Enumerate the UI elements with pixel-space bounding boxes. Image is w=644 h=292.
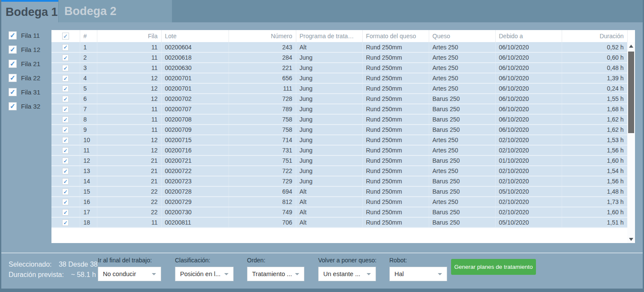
header-cell-queso[interactable]: Queso bbox=[429, 30, 495, 42]
cell-formato: Rund 250mm bbox=[362, 83, 429, 94]
cell-select bbox=[51, 73, 80, 83]
table-row[interactable]: 2 11 00200618 284 Jung Rund 250mm Artes … bbox=[51, 52, 627, 63]
filter-checkbox[interactable] bbox=[9, 102, 17, 110]
scroll-up-icon[interactable] bbox=[627, 42, 635, 50]
row-checkbox[interactable] bbox=[62, 209, 69, 216]
cell-queso: Artes 250 bbox=[429, 135, 495, 145]
cell-fila: 21 bbox=[97, 155, 161, 166]
filter-checkbox[interactable] bbox=[9, 88, 17, 96]
row-checkbox[interactable] bbox=[62, 127, 69, 133]
generate-treatment-plans-button[interactable]: Generar planes de tratamiento bbox=[451, 259, 536, 275]
header-cell-debido[interactable]: Debido a bbox=[495, 30, 562, 42]
cell-index: 15 bbox=[80, 186, 97, 197]
table-row[interactable]: 6 12 00200702 728 Jung Rund 250mm Barus … bbox=[51, 94, 627, 104]
table-row[interactable]: 4 12 00200701 656 Jung Rund 250mm Artes … bbox=[51, 73, 627, 83]
cell-queso: Barus 250 bbox=[429, 125, 495, 135]
row-checkbox[interactable] bbox=[62, 85, 69, 92]
table-row[interactable]: 13 21 00200722 722 Jung Rund 250mm Artes… bbox=[51, 166, 627, 176]
header-cell-lote[interactable]: Lote bbox=[161, 30, 229, 42]
cell-lote: 00200618 bbox=[161, 52, 229, 63]
row-filter-item[interactable]: Fila 32 bbox=[9, 102, 40, 111]
row-checkbox[interactable] bbox=[62, 44, 69, 51]
row-checkbox[interactable] bbox=[62, 116, 69, 123]
row-filter-item[interactable]: Fila 12 bbox=[9, 45, 40, 54]
table-row[interactable]: 10 12 00200715 714 Jung Rund 250mm Artes… bbox=[51, 135, 627, 145]
filter-label: Fila 31 bbox=[21, 88, 40, 96]
dropdown-select[interactable]: Tratamiento ... bbox=[247, 267, 304, 281]
table-row[interactable]: 18 11 00200811 706 Alt Rund 250mm Barus … bbox=[51, 217, 627, 228]
table-row[interactable]: 11 12 00200716 731 Jung Rund 250mm Artes… bbox=[51, 145, 627, 155]
row-checkbox[interactable] bbox=[62, 189, 69, 195]
table-row[interactable]: 1 11 00200604 243 Alt Rund 250mm Artes 2… bbox=[51, 42, 627, 52]
row-checkbox[interactable] bbox=[62, 158, 69, 164]
row-checkbox[interactable] bbox=[62, 75, 69, 82]
row-checkbox[interactable] bbox=[62, 137, 69, 143]
table-row[interactable]: 5 12 00200701 111 Jung Rund 250mm Artes … bbox=[51, 83, 627, 94]
row-checkbox[interactable] bbox=[62, 65, 69, 71]
filter-checkbox[interactable] bbox=[9, 31, 17, 40]
row-checkbox[interactable] bbox=[62, 199, 69, 205]
header-cell-duracion[interactable]: Duración bbox=[562, 30, 627, 42]
cell-debido: 02/10/2020 bbox=[495, 166, 562, 176]
row-checkbox[interactable] bbox=[62, 106, 69, 113]
scroll-down-icon[interactable] bbox=[627, 235, 635, 243]
dropdown-select[interactable]: Hal bbox=[389, 267, 447, 281]
table-row[interactable]: 12 21 00200721 751 Jung Rund 250mm Barus… bbox=[51, 155, 627, 166]
dropdown-select[interactable]: Un estante ... bbox=[318, 267, 376, 281]
filter-label: Fila 32 bbox=[21, 103, 40, 110]
dropdown-label: Robot: bbox=[389, 257, 447, 264]
cell-index: 13 bbox=[80, 166, 97, 176]
table-row[interactable]: 7 11 00200707 789 Jung Rund 250mm Barus … bbox=[51, 104, 627, 114]
table-row[interactable]: 14 21 00200723 729 Jung Rund 250mm Barus… bbox=[51, 176, 627, 186]
row-checkbox[interactable] bbox=[62, 168, 69, 174]
select-all-checkbox[interactable] bbox=[62, 33, 69, 40]
tab-bodega-1[interactable]: Bodega 1 bbox=[1, 0, 58, 22]
filter-checkbox[interactable] bbox=[9, 60, 17, 68]
row-filter-item[interactable]: Fila 22 bbox=[9, 73, 40, 82]
row-filter-item[interactable]: Fila 31 bbox=[9, 88, 40, 97]
cell-select bbox=[51, 166, 80, 176]
filter-label: Fila 21 bbox=[21, 60, 40, 67]
table-row[interactable]: 16 22 00200729 812 Alt Rund 250mm Artes … bbox=[51, 197, 627, 207]
header-cell-number-sign[interactable]: # bbox=[80, 30, 97, 42]
cell-programa: Jung bbox=[296, 145, 362, 155]
cell-lote: 00200728 bbox=[161, 186, 229, 197]
cell-select bbox=[51, 217, 80, 228]
table-row[interactable]: 9 11 00200709 758 Jung Rund 250mm Barus … bbox=[51, 125, 627, 135]
dropdown-value: Posición en l... bbox=[180, 271, 220, 277]
row-filter-item[interactable]: Fila 21 bbox=[9, 59, 40, 68]
vertical-scrollbar[interactable] bbox=[627, 42, 635, 243]
table-row[interactable]: 17 22 00200730 749 Alt Rund 250mm Barus … bbox=[51, 207, 627, 217]
row-checkbox[interactable] bbox=[62, 96, 69, 102]
filter-checkbox[interactable] bbox=[9, 46, 17, 54]
cell-queso: Artes 250 bbox=[429, 83, 495, 94]
cell-lote: 00200811 bbox=[161, 217, 229, 228]
scrollbar-thumb[interactable] bbox=[628, 52, 634, 133]
dropdown-label: Volver a poner queso: bbox=[318, 257, 376, 264]
row-checkbox[interactable] bbox=[62, 219, 69, 226]
cell-index: 18 bbox=[80, 217, 97, 228]
table-row[interactable]: 8 11 00200708 758 Jung Rund 250mm Barus … bbox=[51, 114, 627, 125]
dropdown-select[interactable]: No conducir bbox=[98, 267, 161, 281]
row-checkbox[interactable] bbox=[62, 147, 69, 154]
row-checkbox[interactable] bbox=[62, 55, 69, 61]
cell-debido: 06/10/2020 bbox=[495, 73, 562, 83]
cell-fila: 11 bbox=[97, 217, 161, 228]
dropdown-select[interactable]: Posición en l... bbox=[175, 267, 234, 281]
row-filter-list: Fila 11 Fila 12 Fila 21 Fila 22 Fila 31 … bbox=[9, 31, 40, 111]
header-cell-fila[interactable]: Fila bbox=[97, 30, 161, 42]
table-row[interactable]: 15 22 00200728 694 Alt Rund 250mm Barus … bbox=[51, 186, 627, 197]
table-row[interactable]: 3 11 00200630 221 Jung Rund 250mm Artes … bbox=[51, 63, 627, 73]
header-cell-programa[interactable]: Programa de tratamie... bbox=[296, 30, 362, 42]
tab-bodega-2[interactable]: Bodega 2 bbox=[59, 0, 172, 22]
row-filter-item[interactable]: Fila 11 bbox=[9, 31, 40, 40]
header-cell-formato[interactable]: Formato del queso bbox=[362, 30, 429, 42]
chevron-down-icon bbox=[295, 273, 299, 275]
filter-checkbox[interactable] bbox=[9, 74, 17, 82]
row-checkbox[interactable] bbox=[62, 178, 69, 185]
cell-index: 16 bbox=[80, 197, 97, 207]
cell-duracion: 0,52 h bbox=[562, 42, 627, 52]
header-cell-numero[interactable]: Número bbox=[229, 30, 296, 42]
cell-index: 7 bbox=[80, 104, 97, 114]
cell-select bbox=[51, 135, 80, 145]
